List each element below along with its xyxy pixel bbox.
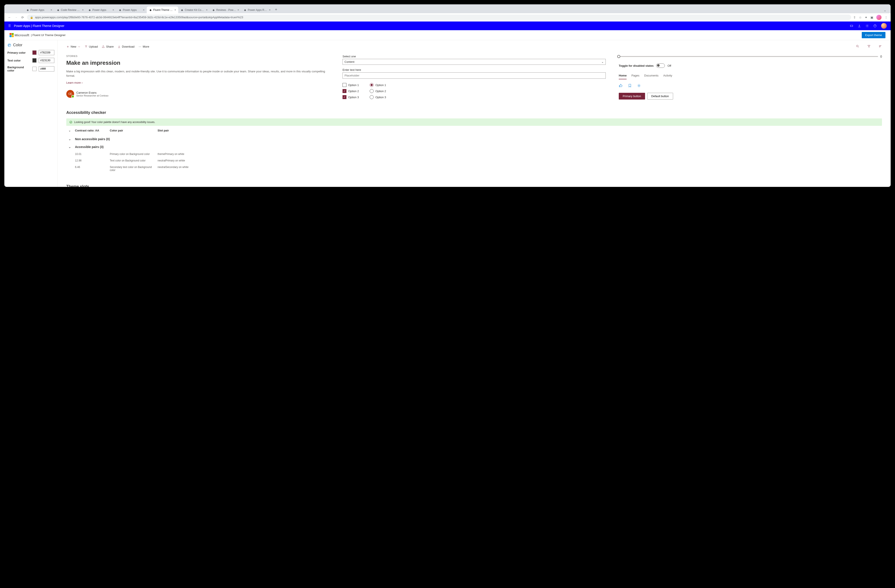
palette-icon [8,43,11,47]
radio-option1[interactable]: Option 1 [370,83,386,87]
more-button[interactable]: More [138,45,149,48]
powerapps-icon: ◆ [56,9,59,12]
radio-option2[interactable]: Option 2 [370,89,386,93]
bookmark-icon[interactable] [628,84,632,88]
browser-tab[interactable]: ◆ Code Review Tool Experim × [54,6,86,13]
tab-close-icon[interactable]: × [112,8,114,12]
bookmark-icon[interactable]: ☆ [859,16,862,19]
alert-text: Looking good! Your color palette doesn't… [74,121,155,124]
slider-thumb[interactable] [617,55,620,58]
browser-tab[interactable]: ◆ Creator Kit Control Referen × [178,6,210,13]
like-icon[interactable] [619,84,623,88]
form-column: Select one Content ⌄ Enter text here Opt… [343,55,606,100]
checkbox-option3[interactable]: ✓Option 3 [343,95,359,99]
share-button[interactable]: Share [102,45,114,48]
learn-more-link[interactable]: Learn more › [66,81,83,84]
tab-close-icon[interactable]: × [143,8,144,12]
cell-ratio: 10.01 [75,153,110,156]
page-title: | Fluent UI Theme Designer [31,33,66,37]
chevron-down-icon[interactable]: ⌄ [68,129,75,132]
col-pair: Color pair [110,129,158,132]
accessibility-section: Accessibility checker Looking good! Your… [66,111,882,173]
share-icon[interactable]: ⇧ [853,16,856,19]
download-icon[interactable] [858,24,861,27]
app-title: Power Apps | Fluent Theme Designer [14,24,64,27]
select-input[interactable]: Content ⌄ [343,59,606,65]
browser-tab[interactable]: ◆ Power Apps × [24,6,54,13]
extensions-icon[interactable]: ✦ [865,16,868,19]
tab-title: Creator Kit Control Referen [185,9,205,12]
svg-point-11 [638,85,640,86]
tab-close-icon[interactable]: × [174,8,176,12]
back-button[interactable]: ← [8,15,12,20]
toggle[interactable] [656,64,665,68]
bg-color-input[interactable] [39,66,54,71]
fit-icon[interactable] [850,24,853,27]
color-swatch[interactable] [32,67,36,71]
sun-icon[interactable] [637,84,641,88]
text-color-input[interactable] [39,58,54,63]
color-swatch[interactable] [32,58,36,62]
brand-text: Microsoft [15,33,29,37]
tab-close-icon[interactable]: × [82,8,84,12]
svg-point-6 [9,45,9,46]
new-button[interactable]: New [66,45,80,48]
tab-close-icon[interactable]: × [237,8,239,12]
filter-icon[interactable] [867,44,871,48]
slider[interactable]: 0 [619,55,882,58]
pivot-home[interactable]: Home [619,74,626,79]
tab-close-icon[interactable]: × [206,8,208,12]
pivot-pages[interactable]: Pages [631,74,639,79]
table-header: ⌄ Contrast ratio: AA Color pair Slot pai… [66,126,882,135]
app-icon[interactable]: ▣ [871,16,873,19]
new-tab-button[interactable]: + [273,6,279,13]
toggle-state: Off [667,64,671,67]
field-label: Background color [8,66,30,72]
tab-overflow-button[interactable]: ⌄ [881,7,889,13]
menu-icon[interactable]: ⋮ [884,16,887,19]
search-icon[interactable] [856,44,859,48]
list-icon[interactable] [878,44,882,48]
pivot-documents[interactable]: Documents [644,74,658,79]
app-launcher-icon[interactable]: ⠿ [8,24,11,28]
browser-tab[interactable]: ◆ Power Apps Review Tool - × [241,6,273,13]
primary-button[interactable]: Primary button [619,93,645,100]
radio-option3[interactable]: Option 3 [370,95,386,99]
slider-value: 0 [880,55,882,58]
text-input[interactable] [343,72,606,79]
browser-tab-active[interactable]: ◆ Fluent Theme Designer - P × [147,6,178,13]
theme-slots-section: Theme slots Fabric palette slots Semanti… [66,184,882,187]
download-button[interactable]: Download [118,45,135,48]
tab-title: Power Apps [93,9,111,12]
svg-point-1 [867,26,868,26]
help-icon[interactable] [873,24,877,27]
checkbox-option2[interactable]: ✓Option 2 [343,89,359,93]
lock-icon: 🔒 [30,16,33,19]
tab-close-icon[interactable]: × [269,8,271,12]
color-swatch[interactable] [32,50,36,55]
browser-tab[interactable]: ◆ Power Apps × [86,6,116,13]
export-theme-button[interactable]: Export theme [862,32,886,38]
group-non-accessible[interactable]: ⌄ Non accessible pairs (0) [66,135,882,143]
story-column: STORIES Make an impression Make a big im… [66,55,329,100]
settings-icon[interactable] [865,24,869,27]
upload-button[interactable]: Upload [85,45,98,48]
primary-color-input[interactable] [39,50,54,55]
link-label: Learn more [66,81,80,84]
forward-button[interactable]: → [14,15,18,20]
browser-tab[interactable]: ◆ Power Apps × [116,6,147,13]
toggle-label: Toggle for disabled states [619,64,654,67]
reload-button[interactable]: ⟳ [20,15,25,20]
option-label: Option 3 [348,95,359,99]
user-avatar[interactable] [881,23,887,29]
sidebar-section-label: Color [13,43,23,47]
tab-title: Power Apps [123,9,141,12]
address-bar[interactable]: 🔒 apps.powerapps.com/play/2f6b0e93-7676-… [27,15,851,20]
pivot-activity[interactable]: Activity [663,74,672,79]
tab-close-icon[interactable]: × [50,8,52,12]
checkbox-option1[interactable]: Option 1 [343,83,359,87]
group-accessible[interactable]: ⌄ Accessible pairs (3) [66,143,882,151]
default-button[interactable]: Default button [647,93,673,100]
browser-tab[interactable]: ◆ Reviews · Power Apps × [210,6,241,13]
profile-avatar[interactable] [876,15,881,20]
